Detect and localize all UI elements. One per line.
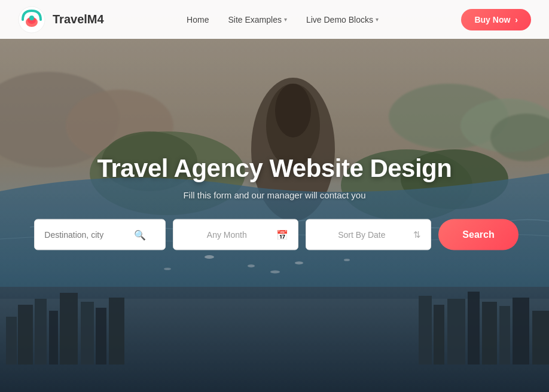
hero-title: Travel Agency Website Design (0, 154, 549, 183)
svg-point-40 (29, 16, 34, 20)
month-value: Any Month (183, 230, 270, 240)
buy-now-button[interactable]: Buy Now › (461, 9, 531, 30)
nav-home[interactable]: Home (187, 15, 209, 24)
sort-field[interactable]: Sort By Date ⇅ (306, 219, 431, 250)
calendar-icon: 📅 (276, 229, 288, 240)
search-icon: 🔍 (134, 229, 146, 240)
nav-brand: TravelM4 (18, 6, 104, 33)
nav-site-examples[interactable]: Site Examples ▾ (228, 15, 286, 24)
hero-content: Travel Agency Website Design Fill this f… (0, 154, 549, 250)
month-field[interactable]: Any Month 📅 (173, 219, 298, 250)
hero-subtitle: Fill this form and our manager will cont… (0, 190, 549, 200)
brand-name: TravelM4 (53, 13, 104, 26)
destination-input[interactable] (44, 230, 128, 240)
search-button[interactable]: Search (438, 219, 518, 250)
sort-value: Sort By Date (316, 230, 407, 240)
sort-icon: ⇅ (413, 229, 421, 240)
nav-live-demo[interactable]: Live Demo Blocks ▾ (306, 15, 379, 24)
nav-links: Home Site Examples ▾ Live Demo Blocks ▾ (187, 15, 379, 24)
navbar: TravelM4 Home Site Examples ▾ Live Demo … (0, 0, 549, 39)
search-form: 🔍 Any Month 📅 Sort By Date ⇅ Search (17, 219, 532, 250)
destination-field[interactable]: 🔍 (34, 219, 166, 250)
logo-icon (18, 6, 45, 33)
live-demo-chevron: ▾ (376, 16, 379, 23)
site-examples-chevron: ▾ (284, 16, 287, 23)
buy-chevron-icon: › (515, 15, 518, 24)
